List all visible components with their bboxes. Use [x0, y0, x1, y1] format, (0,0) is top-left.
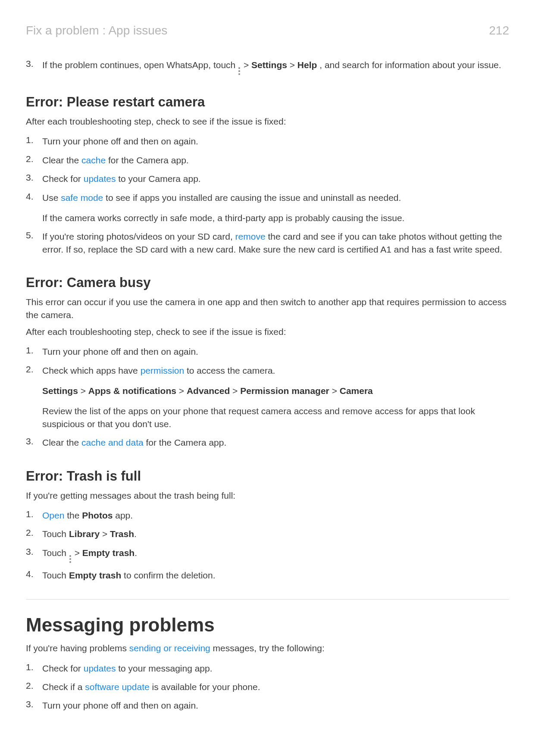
- link-open[interactable]: Open: [42, 510, 64, 520]
- list-body: Check for updates to your Camera app.: [42, 172, 509, 185]
- text: is available for your phone.: [150, 682, 260, 692]
- list-item: 2. Check if a software update is availab…: [26, 678, 509, 696]
- settings-path: Settings > Apps & notifications > Advanc…: [42, 384, 509, 397]
- text: to your messaging app.: [116, 663, 212, 673]
- bold: Help: [297, 60, 317, 70]
- continuation-list: 3. If the problem continues, open WhatsA…: [26, 56, 509, 78]
- list-item: 3. Touch > Empty trash.: [26, 544, 509, 566]
- list-number: 1.: [26, 509, 42, 522]
- list-item: 1. Check for updates to your messaging a…: [26, 659, 509, 678]
- list-body: Clear the cache and data for the Camera …: [42, 436, 509, 449]
- bold: Empty trash: [69, 570, 121, 580]
- list-body: Turn your phone off and then on again.: [42, 699, 509, 712]
- link-cache[interactable]: cache: [81, 155, 106, 165]
- text: Clear the: [42, 437, 81, 447]
- list-number: 3.: [26, 59, 42, 75]
- heading-messaging: Messaging problems: [26, 614, 509, 636]
- heading-trash-full: Error: Trash is full: [26, 469, 509, 484]
- list-item: 3. Clear the cache and data for the Came…: [26, 433, 509, 452]
- text: If you're storing photos/videos on your …: [42, 231, 235, 241]
- link-safe-mode[interactable]: safe mode: [61, 193, 103, 203]
- list-item: 3. Check for updates to your Camera app.: [26, 169, 509, 188]
- list-number: 1.: [26, 135, 42, 147]
- list-number: 4.: [26, 191, 42, 225]
- list-number: 1.: [26, 345, 42, 358]
- text: messages, try the following:: [210, 643, 325, 653]
- link-permission[interactable]: permission: [141, 366, 185, 375]
- list-number: 3.: [26, 547, 42, 563]
- text: for the Camera app.: [144, 437, 227, 447]
- list-item: 5. If you're storing photos/videos on yo…: [26, 227, 509, 259]
- link-cache-data[interactable]: cache and data: [81, 437, 144, 447]
- list-item: 2. Touch Library > Trash.: [26, 525, 509, 543]
- bold: Photos: [82, 510, 113, 520]
- text: to see if apps you installed are causing…: [103, 193, 401, 203]
- list-body: Touch > Empty trash.: [42, 547, 509, 563]
- camera-busy-list: 1. Turn your phone off and then on again…: [26, 342, 509, 452]
- text: app.: [113, 510, 133, 520]
- list-item: 4. Use safe mode to see if apps you inst…: [26, 188, 509, 228]
- text: Check which apps have: [42, 366, 141, 375]
- list-number: 2.: [26, 154, 42, 166]
- list-item: 4. Touch Empty trash to confirm the dele…: [26, 566, 509, 584]
- sep: >: [78, 386, 88, 396]
- list-item: 1. Turn your phone off and then on again…: [26, 342, 509, 361]
- list-body: If you're storing photos/videos on your …: [42, 230, 509, 256]
- list-number: 5.: [26, 230, 42, 256]
- text: , and search for information about your …: [319, 60, 501, 70]
- list-body: Touch Library > Trash.: [42, 528, 509, 540]
- paragraph: After each troubleshooting step, check t…: [26, 115, 509, 128]
- sep: >: [230, 386, 240, 396]
- sep: >: [290, 60, 297, 70]
- link-remove[interactable]: remove: [235, 231, 266, 241]
- link-settings[interactable]: Settings: [42, 386, 78, 396]
- link-updates[interactable]: updates: [84, 663, 116, 673]
- bold: Advanced: [187, 386, 230, 396]
- heading-camera-busy: Error: Camera busy: [26, 275, 509, 291]
- text: Touch: [42, 548, 69, 558]
- list-body: If the problem continues, open WhatsApp,…: [42, 59, 509, 75]
- paragraph: After each troubleshooting step, check t…: [26, 325, 509, 338]
- list-item: 2. Check which apps have permission to a…: [26, 361, 509, 434]
- more-vert-icon: [69, 555, 72, 563]
- link-sending-receiving[interactable]: sending or receiving: [129, 643, 210, 653]
- bold: Trash: [110, 529, 134, 539]
- bold: Permission manager: [240, 386, 329, 396]
- text: Touch: [42, 529, 69, 539]
- text: to your Camera app.: [116, 174, 200, 184]
- bold: Apps & notifications: [88, 386, 176, 396]
- sep: >: [244, 60, 251, 70]
- paragraph: This error can occur if you use the came…: [26, 296, 509, 321]
- paragraph: If you're having problems sending or rec…: [26, 642, 509, 654]
- text: Check if a: [42, 682, 85, 692]
- text: the: [64, 510, 82, 520]
- link-software-update[interactable]: software update: [85, 682, 149, 692]
- bold: Library: [69, 529, 100, 539]
- page-number: 212: [489, 24, 509, 37]
- bold: Empty trash: [82, 548, 135, 558]
- breadcrumb: Fix a problem : App issues: [26, 24, 167, 37]
- list-body: Use safe mode to see if apps you install…: [42, 191, 509, 225]
- sep: >: [100, 529, 110, 539]
- text: Check for: [42, 663, 84, 673]
- text: for the Camera app.: [106, 155, 189, 165]
- text: Touch: [42, 570, 69, 580]
- list-number: 4.: [26, 569, 42, 581]
- text: .: [135, 548, 137, 558]
- list-body: Clear the cache for the Camera app.: [42, 154, 509, 166]
- text: Check for: [42, 174, 84, 184]
- list-item: 1. Open the Photos app.: [26, 506, 509, 525]
- link-updates[interactable]: updates: [84, 174, 116, 184]
- sep: >: [176, 386, 187, 396]
- sub-paragraph: If the camera works correctly in safe mo…: [42, 212, 509, 224]
- list-item: 3. If the problem continues, open WhatsA…: [26, 56, 509, 78]
- text: .: [134, 529, 137, 539]
- list-item: 2. Clear the cache for the Camera app.: [26, 151, 509, 169]
- restart-camera-list: 1. Turn your phone off and then on again…: [26, 132, 509, 259]
- list-number: 1.: [26, 662, 42, 675]
- list-number: 2.: [26, 681, 42, 693]
- page: Fix a problem : App issues 212 3. If the…: [0, 0, 535, 756]
- heading-restart-camera: Error: Please restart camera: [26, 94, 509, 110]
- list-number: 2.: [26, 528, 42, 540]
- text: to access the camera.: [184, 366, 275, 375]
